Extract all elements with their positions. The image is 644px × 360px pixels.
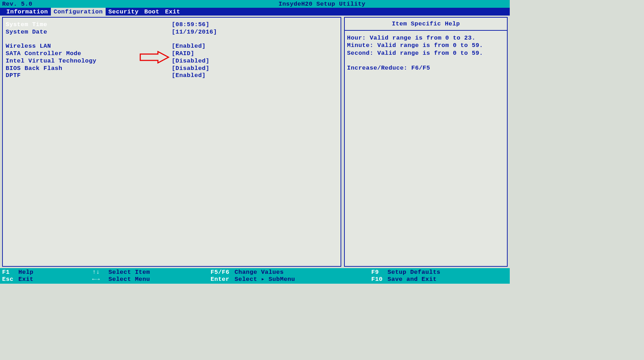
help-line-0: Hour: Valid range is from 0 to 23. xyxy=(347,34,505,42)
value-system-time: [08:59:56] xyxy=(172,21,209,29)
footer-f10-save-exit: F10 Save and Exit xyxy=(371,276,441,283)
row-system-date[interactable]: System Date [11/19/2016] xyxy=(6,29,338,36)
row-sata-controller-mode[interactable]: SATA Controller Mode [RAID] xyxy=(6,50,338,58)
footer-leftright-select-menu: ←→ Select Menu xyxy=(92,276,211,283)
menu-security[interactable]: Security xyxy=(106,8,142,16)
menu-exit[interactable]: Exit xyxy=(162,8,183,16)
footer-f9-setup-defaults: F9 Setup Defaults xyxy=(371,269,441,276)
key-updown: ↑↓ xyxy=(92,269,108,276)
footer-f1-help: F1 Help xyxy=(2,269,92,276)
menu-bar: Information Configuration Security Boot … xyxy=(0,8,510,16)
footer-f5f6-change-values: F5/F6 Change Values xyxy=(211,269,371,276)
row-dptf[interactable]: DPTF [Enabled] xyxy=(6,72,338,79)
help-body: Hour: Valid range is from 0 to 23. Minut… xyxy=(345,31,507,75)
key-f10: F10 xyxy=(371,276,388,283)
label-dptf: DPTF xyxy=(6,72,172,79)
menu-information[interactable]: Information xyxy=(4,8,51,16)
value-sata-controller-mode: [RAID] xyxy=(172,50,194,58)
help-panel: Item Specific Help Hour: Valid range is … xyxy=(344,17,508,267)
help-line-4: Increase/Reduce: F6/F5 xyxy=(347,64,505,72)
footer-esc-exit: Esc Exit xyxy=(2,276,92,283)
key-f9: F9 xyxy=(371,269,388,276)
help-line-3 xyxy=(347,57,505,64)
revision-label: Rev. 5.0 xyxy=(2,1,33,7)
text-change-values: Change Values xyxy=(235,269,284,276)
text-select-menu: Select Menu xyxy=(108,276,150,283)
row-intel-virtual-technology[interactable]: Intel Virtual Technology [Disabled] xyxy=(6,58,338,65)
row-wireless-lan[interactable]: Wireless LAN [Enabled] xyxy=(6,43,338,50)
value-wireless-lan: [Enabled] xyxy=(172,43,206,50)
footer-bar: F1 Help Esc Exit ↑↓ Select Item ←→ Selec… xyxy=(0,268,510,284)
row-system-time[interactable]: System Time [08:59:56] xyxy=(6,21,338,29)
help-title: Item Specific Help xyxy=(345,18,507,31)
utility-title: InsydeH20 Setup Utility xyxy=(278,1,365,7)
value-dptf: [Enabled] xyxy=(172,72,206,79)
title-bar: InsydeH20 Setup Utility Rev. 5.0 xyxy=(0,0,510,8)
footer-enter-submenu: Enter Select ▸ SubMenu xyxy=(211,276,371,283)
footer-updown-select-item: ↑↓ Select Item xyxy=(92,269,211,276)
value-bios-back-flash: [Disabled] xyxy=(172,65,209,72)
main-area: System Time [08:59:56] System Date [11/1… xyxy=(0,16,510,268)
label-system-time: System Time xyxy=(6,21,172,29)
text-select-item: Select Item xyxy=(108,269,150,276)
help-line-1: Minute: Valid range is from 0 to 59. xyxy=(347,42,505,49)
menu-boot[interactable]: Boot xyxy=(141,8,162,16)
label-intel-virtual-technology: Intel Virtual Technology xyxy=(6,58,172,65)
key-leftright: ←→ xyxy=(92,276,108,283)
label-sata-controller-mode: SATA Controller Mode xyxy=(6,50,172,58)
key-f5f6: F5/F6 xyxy=(211,269,235,276)
key-f1: F1 xyxy=(2,269,18,276)
menu-configuration[interactable]: Configuration xyxy=(51,8,106,16)
text-save-exit: Save and Exit xyxy=(388,276,437,283)
text-help: Help xyxy=(18,269,34,276)
text-setup-defaults: Setup Defaults xyxy=(388,269,441,276)
value-system-date: [11/19/2016] xyxy=(172,29,217,36)
text-select-submenu: Select ▸ SubMenu xyxy=(235,276,295,283)
label-wireless-lan: Wireless LAN xyxy=(6,43,172,50)
label-system-date: System Date xyxy=(6,29,172,36)
key-esc: Esc xyxy=(2,276,18,283)
config-panel: System Time [08:59:56] System Date [11/1… xyxy=(2,17,341,267)
row-bios-back-flash[interactable]: BIOS Back Flash [Disabled] xyxy=(6,65,338,72)
text-exit: Exit xyxy=(18,276,34,283)
key-enter: Enter xyxy=(211,276,235,283)
label-bios-back-flash: BIOS Back Flash xyxy=(6,65,172,72)
value-intel-virtual-technology: [Disabled] xyxy=(172,58,209,65)
help-line-2: Second: Valid range is from 0 to 59. xyxy=(347,49,505,57)
